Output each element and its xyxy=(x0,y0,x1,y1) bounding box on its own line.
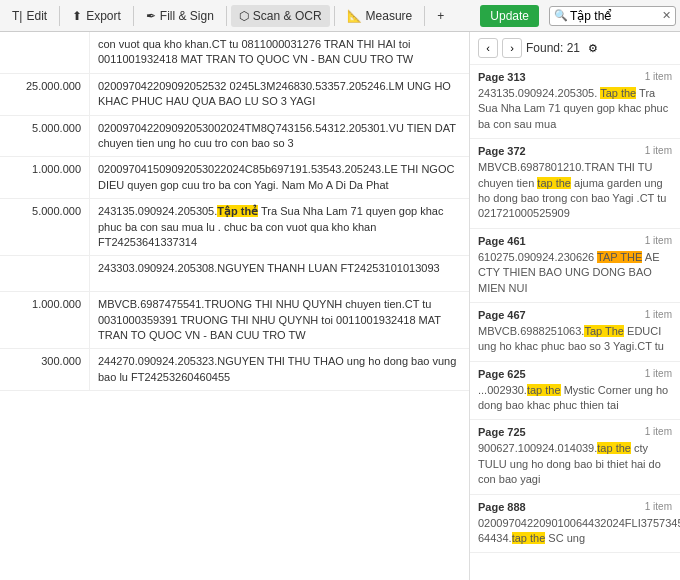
separator-2 xyxy=(133,6,134,26)
result-text: MBVCB.6988251063.Tap The EDUCI ung ho kh… xyxy=(478,324,672,355)
results-list: Page 313 1 item 243135.090924.205305. Ta… xyxy=(470,65,680,580)
result-page: Page 625 xyxy=(478,368,526,380)
prev-result-button[interactable]: ‹ xyxy=(478,38,498,58)
add-button[interactable]: + xyxy=(429,5,452,27)
result-page-row: Page 888 1 item xyxy=(478,501,672,513)
panel-header: ‹ › Found: 21 ⚙ xyxy=(470,32,680,65)
result-count: 1 item xyxy=(645,501,672,513)
result-item[interactable]: Page 888 1 item 020097042209010064432024… xyxy=(470,495,680,554)
result-page: Page 461 xyxy=(478,235,526,247)
update-button[interactable]: Update xyxy=(480,5,539,27)
cell-amount xyxy=(0,256,90,291)
table-row: 1.000.000 020097041509092053022024C85b69… xyxy=(0,157,469,199)
cell-amount: 25.000.000 xyxy=(0,74,90,115)
result-count: 1 item xyxy=(645,368,672,380)
result-item[interactable]: Page 313 1 item 243135.090924.205305. Ta… xyxy=(470,65,680,139)
separator-4 xyxy=(334,6,335,26)
export-label: Export xyxy=(86,9,121,23)
found-count: Found: 21 xyxy=(526,41,580,55)
fill-sign-button[interactable]: ✒ Fill & Sign xyxy=(138,5,222,27)
measure-label: Measure xyxy=(366,9,413,23)
result-highlight: TAP THE xyxy=(597,251,642,263)
measure-icon: 📐 xyxy=(347,9,362,23)
result-text: 900627.100924.014039.tap the cty TULU un… xyxy=(478,441,672,487)
result-count: 1 item xyxy=(645,426,672,438)
export-icon: ⬆ xyxy=(72,9,82,23)
result-page: Page 467 xyxy=(478,309,526,321)
result-page-row: Page 313 1 item xyxy=(478,71,672,83)
result-page: Page 888 xyxy=(478,501,526,513)
edit-label: Edit xyxy=(26,9,47,23)
cell-text: MBVCB.6987475541.TRUONG THI NHU QUYNH ch… xyxy=(90,292,469,348)
cell-text: 243303.090924.205308.NGUYEN THANH LUAN F… xyxy=(90,256,469,291)
main-layout: con vuot qua kho khan.CT tu 081100003127… xyxy=(0,32,680,580)
result-page-row: Page 725 1 item xyxy=(478,426,672,438)
edit-button[interactable]: T| Edit xyxy=(4,5,55,27)
search-input[interactable] xyxy=(570,9,660,23)
separator-5 xyxy=(424,6,425,26)
fill-sign-icon: ✒ xyxy=(146,9,156,23)
result-item[interactable]: Page 461 1 item 610275.090924.230626 TAP… xyxy=(470,229,680,303)
result-count: 1 item xyxy=(645,235,672,247)
scan-icon: ⬡ xyxy=(239,9,249,23)
table-row: 300.000 244270.090924.205323.NGUYEN THI … xyxy=(0,349,469,391)
table-row: 243303.090924.205308.NGUYEN THANH LUAN F… xyxy=(0,256,469,292)
fill-sign-label: Fill & Sign xyxy=(160,9,214,23)
result-page-row: Page 625 1 item xyxy=(478,368,672,380)
cell-text: 020097042209092053002024TM8Q743156.54312… xyxy=(90,116,469,157)
cell-text: 020097042209092052532 0245L3M246830.5335… xyxy=(90,74,469,115)
result-item[interactable]: Page 372 1 item MBVCB.6987801210.TRAN TH… xyxy=(470,139,680,229)
measure-button[interactable]: 📐 Measure xyxy=(339,5,421,27)
cell-text: 020097041509092053022024C85b697191.53543… xyxy=(90,157,469,198)
cell-text: con vuot qua kho khan.CT tu 081100003127… xyxy=(90,32,469,73)
result-item[interactable]: Page 725 1 item 900627.100924.014039.tap… xyxy=(470,420,680,494)
result-page: Page 725 xyxy=(478,426,526,438)
next-result-button[interactable]: › xyxy=(502,38,522,58)
update-label: Update xyxy=(490,9,529,23)
separator-1 xyxy=(59,6,60,26)
cell-text: 244270.090924.205323.NGUYEN THI THU THAO… xyxy=(90,349,469,390)
search-highlight: Tập thẻ xyxy=(217,205,258,217)
result-highlight: tap the xyxy=(512,532,546,544)
result-text: ...002930.tap the Mystic Corner ung ho d… xyxy=(478,383,672,414)
result-page-row: Page 461 1 item xyxy=(478,235,672,247)
cell-amount xyxy=(0,32,90,73)
edit-icon: T| xyxy=(12,9,22,23)
result-highlight: tap the xyxy=(527,384,561,396)
result-text: 610275.090924.230626 TAP THE AE CTY THIE… xyxy=(478,250,672,296)
separator-3 xyxy=(226,6,227,26)
result-text: MBVCB.6987801210.TRAN THI TU chuyen tien… xyxy=(478,160,672,222)
sort-icon[interactable]: ⚙ xyxy=(588,42,598,55)
result-count: 1 item xyxy=(645,71,672,83)
table-row: con vuot qua kho khan.CT tu 081100003127… xyxy=(0,32,469,74)
cell-amount: 1.000.000 xyxy=(0,157,90,198)
cell-amount: 1.000.000 xyxy=(0,292,90,348)
result-page: Page 313 xyxy=(478,71,526,83)
document-content: con vuot qua kho khan.CT tu 081100003127… xyxy=(0,32,470,580)
result-text: 243135.090924.205305. Tap the Tra Sua Nh… xyxy=(478,86,672,132)
cell-amount: 300.000 xyxy=(0,349,90,390)
search-clear-icon[interactable]: ✕ xyxy=(662,9,671,22)
toolbar: T| Edit ⬆ Export ✒ Fill & Sign ⬡ Scan & … xyxy=(0,0,680,32)
scan-ocr-label: Scan & OCR xyxy=(253,9,322,23)
cell-amount: 5.000.000 xyxy=(0,199,90,255)
result-page: Page 372 xyxy=(478,145,526,157)
table-row: 5.000.000 243135.090924.205305.Tập thẻ T… xyxy=(0,199,469,256)
result-item[interactable]: Page 625 1 item ...002930.tap the Mystic… xyxy=(470,362,680,421)
result-highlight: Tap The xyxy=(584,325,624,337)
result-page-row: Page 372 1 item xyxy=(478,145,672,157)
search-icon: 🔍 xyxy=(554,9,568,22)
scan-ocr-button[interactable]: ⬡ Scan & OCR xyxy=(231,5,330,27)
cell-text: 243135.090924.205305.Tập thẻ Tra Sua Nha… xyxy=(90,199,469,255)
result-highlight: tap the xyxy=(537,177,571,189)
add-label: + xyxy=(437,9,444,23)
result-item[interactable]: Page 467 1 item MBVCB.6988251063.Tap The… xyxy=(470,303,680,362)
result-highlight: Tap the xyxy=(600,87,636,99)
result-text: 020097042209010064432024FLI3757345.6603.… xyxy=(478,516,672,547)
result-highlight: tap the xyxy=(597,442,631,454)
search-box: 🔍 ✕ xyxy=(549,6,676,26)
cell-amount: 5.000.000 xyxy=(0,116,90,157)
table-row: 1.000.000 MBVCB.6987475541.TRUONG THI NH… xyxy=(0,292,469,349)
export-button[interactable]: ⬆ Export xyxy=(64,5,129,27)
result-count: 1 item xyxy=(645,145,672,157)
